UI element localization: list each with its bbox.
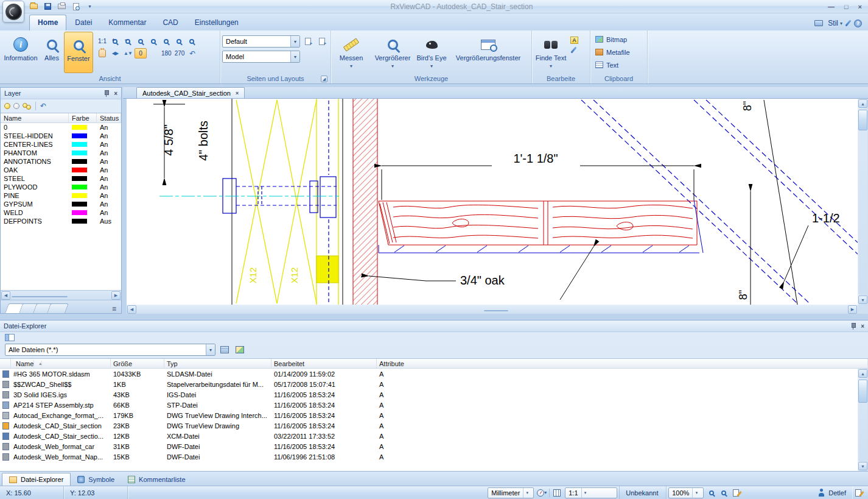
- pan-button[interactable]: [96, 48, 108, 58]
- column-modified[interactable]: Bearbeitet: [271, 359, 377, 368]
- unit-combo[interactable]: Millimeter▾: [488, 487, 534, 498]
- layer-row[interactable]: STEELAn: [1, 174, 121, 183]
- fit-width-button[interactable]: ◀▶: [109, 48, 121, 58]
- open-button[interactable]: [28, 1, 40, 12]
- layer-status-toggle[interactable]: An: [97, 124, 121, 131]
- fit-height-button[interactable]: ▲▼: [122, 48, 134, 58]
- tab-einstellungen[interactable]: Einstellungen: [187, 15, 247, 30]
- layer-color-swatch[interactable]: [69, 193, 97, 198]
- information-button[interactable]: i Information: [2, 32, 40, 73]
- help-icon[interactable]: ?: [854, 19, 862, 27]
- layer-status-toggle[interactable]: An: [97, 149, 121, 157]
- layer-row[interactable]: 0An: [1, 123, 121, 132]
- layer-color-swatch[interactable]: [69, 142, 97, 147]
- file-explorer-close-button[interactable]: ×: [861, 323, 864, 330]
- file-filter-combo[interactable]: Alle Dateien (*.*)▾: [5, 344, 215, 356]
- minimize-button[interactable]: —: [828, 3, 835, 10]
- layer-status-toggle[interactable]: An: [97, 209, 121, 216]
- file-row[interactable]: #HG 365 MOTOR.sldasm10433KBSLDASM-Datei0…: [0, 369, 868, 379]
- file-row[interactable]: Autodesk_Web_format_car31KBDWF-Datei11/1…: [0, 441, 868, 451]
- zoom-in-button[interactable]: +: [109, 36, 121, 46]
- file-row[interactable]: AP214 STEP Assembly.stp66KBSTP-Datei11/1…: [0, 400, 868, 410]
- layer-panel-close-button[interactable]: ×: [114, 90, 117, 97]
- zoom-width-button[interactable]: [173, 36, 185, 46]
- layer-color-swatch[interactable]: [69, 125, 97, 130]
- file-row[interactable]: Autodesk_CAD_Stair_section23KBDWG TrueVi…: [0, 420, 868, 431]
- scroll-thumb[interactable]: [484, 310, 508, 311]
- layer-row[interactable]: WELDAn: [1, 208, 121, 217]
- document-tab[interactable]: Autodesk_CAD_Stair_section ×: [136, 87, 245, 98]
- layer-color-swatch[interactable]: [69, 150, 97, 155]
- layer-row[interactable]: CENTER-LINESAn: [1, 140, 121, 149]
- birds-eye-button[interactable]: Bird's Eye ▾: [416, 32, 447, 73]
- scroll-thumb[interactable]: [858, 110, 867, 130]
- copy-bitmap-button[interactable]: Bitmap: [592, 33, 630, 46]
- copy-metafile-button[interactable]: Metafile: [592, 46, 633, 58]
- column-farbe[interactable]: Farbe: [69, 113, 97, 122]
- drawing-vscrollbar[interactable]: ▲ ▼: [858, 99, 868, 305]
- close-button[interactable]: ×: [858, 3, 862, 10]
- rotate-0-button[interactable]: 0: [135, 48, 147, 58]
- markup-note-button[interactable]: [852, 489, 864, 497]
- layer-on-bulb-icon[interactable]: [4, 103, 10, 109]
- maximize-button[interactable]: □: [844, 3, 849, 10]
- pane-layout-icon[interactable]: [5, 334, 15, 341]
- scroll-thumb[interactable]: [12, 296, 68, 297]
- scroll-right-button[interactable]: ▶: [111, 291, 121, 300]
- rotate-270-button[interactable]: 270: [173, 48, 186, 58]
- pin-icon[interactable]: [103, 90, 109, 97]
- layer-status-toggle[interactable]: An: [97, 183, 121, 191]
- scroll-thumb[interactable]: [858, 380, 867, 403]
- rotate-90-button[interactable]: [147, 48, 159, 58]
- previous-page-button[interactable]: [302, 35, 314, 48]
- layer-hscrollbar[interactable]: ◀ ▶: [1, 290, 121, 300]
- layer-row[interactable]: GYPSUMAn: [1, 200, 121, 208]
- scroll-down-button[interactable]: ▼: [858, 296, 867, 304]
- measure-settings-button[interactable]: ▾: [536, 489, 548, 497]
- document-tab-close-button[interactable]: ×: [236, 90, 239, 96]
- scroll-right-button[interactable]: ▶: [848, 305, 857, 314]
- stil-button[interactable]: Stil▾: [828, 19, 842, 27]
- column-type[interactable]: Typ: [164, 359, 271, 368]
- zoom-selection-button[interactable]: [186, 36, 198, 46]
- file-row[interactable]: $$ZWCAD_Shell$$1KBStapelverarbeitungsdat…: [0, 379, 868, 389]
- tab-home[interactable]: Home: [29, 15, 66, 30]
- copy-text-button[interactable]: Text: [592, 58, 621, 71]
- tab-kommentar[interactable]: Kommentar: [100, 15, 154, 30]
- zoom-window-button[interactable]: Fenster: [64, 32, 93, 73]
- tab-cad[interactable]: CAD: [155, 15, 186, 30]
- drawing-hscrollbar[interactable]: ◀ ▶: [127, 305, 858, 314]
- layer-row[interactable]: PLYWOODAn: [1, 183, 121, 191]
- layer-row[interactable]: DEFPOINTSAus: [1, 217, 121, 225]
- scroll-up-button[interactable]: ▲: [858, 99, 867, 108]
- scroll-up-button[interactable]: ▲: [858, 369, 867, 378]
- edit-text-icon[interactable]: [570, 46, 576, 53]
- layer-status-toggle[interactable]: An: [97, 200, 121, 208]
- zoom-previous-button[interactable]: [135, 36, 147, 46]
- layer-status-toggle[interactable]: An: [97, 175, 121, 182]
- scale-combo[interactable]: 1:1▾: [565, 487, 617, 498]
- qat-customize-button[interactable]: ▾: [84, 1, 96, 12]
- layer-color-swatch[interactable]: [69, 202, 97, 207]
- undo-icon[interactable]: ↶: [40, 103, 46, 109]
- layer-row[interactable]: PHANTOMAn: [1, 149, 121, 157]
- grid-toggle-button[interactable]: [551, 489, 563, 497]
- layer-color-swatch[interactable]: [69, 210, 97, 215]
- all-layers-on-icon[interactable]: [23, 103, 31, 110]
- column-name[interactable]: Name▴: [11, 359, 111, 368]
- cad-drawing[interactable]: X12 X12: [127, 99, 858, 305]
- model-combo[interactable]: Model▾: [222, 51, 300, 63]
- layer-color-swatch[interactable]: [69, 185, 97, 189]
- layer-status-toggle[interactable]: An: [97, 141, 121, 148]
- scroll-down-button[interactable]: ▼: [858, 462, 867, 470]
- pin-icon[interactable]: [850, 322, 856, 330]
- highlight-text-icon[interactable]: A: [570, 37, 578, 44]
- scroll-left-button[interactable]: ◀: [127, 305, 136, 314]
- scroll-left-button[interactable]: ◀: [1, 291, 10, 300]
- layer-row[interactable]: STEEL-HIDDENAn: [1, 132, 121, 140]
- layer-off-bulb-icon[interactable]: [13, 103, 19, 109]
- tab-datei[interactable]: Datei: [67, 15, 100, 30]
- layer-color-swatch[interactable]: [69, 176, 97, 181]
- application-menu-button[interactable]: [2, 1, 24, 23]
- layer-list-icon[interactable]: ≡: [112, 305, 116, 313]
